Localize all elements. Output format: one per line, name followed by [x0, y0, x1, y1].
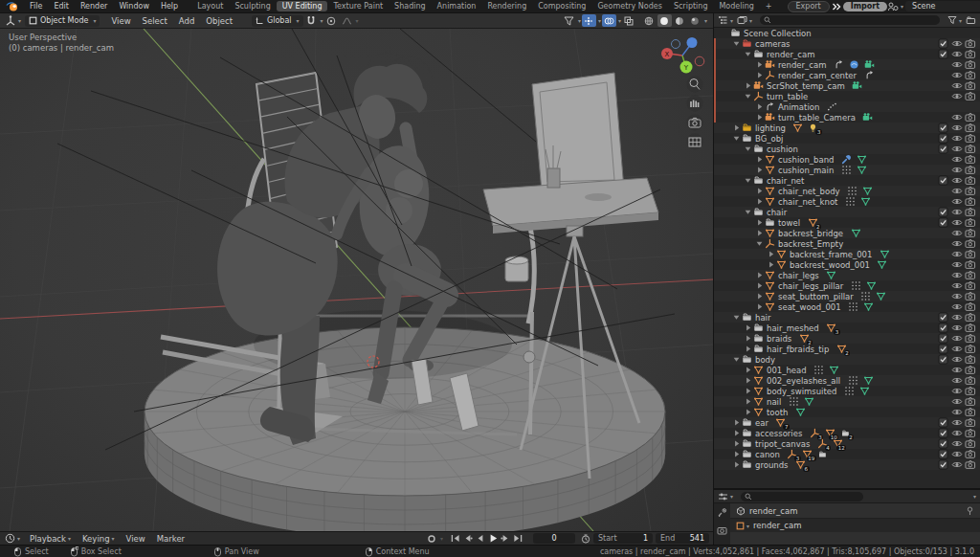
camera-visibility-toggle[interactable] [965, 428, 976, 438]
camera-visibility-toggle[interactable] [965, 49, 976, 59]
outliner-row-hair[interactable]: hair [714, 312, 980, 323]
shading-rendered-button[interactable] [688, 14, 702, 27]
jump-start-button[interactable] [449, 533, 461, 545]
camera-visibility-toggle[interactable] [965, 59, 976, 70]
outliner-row-turn-table-camera[interactable]: turn_table_Camera [714, 112, 980, 123]
outliner-row-render-cam-center[interactable]: render_cam_center [714, 70, 980, 80]
disclosure-right-icon[interactable] [754, 302, 764, 312]
disclosure-down-icon[interactable] [743, 208, 752, 217]
hide-eye-toggle[interactable] [951, 70, 963, 80]
disclosure-right-icon[interactable] [754, 218, 764, 228]
disclosure-right-icon[interactable] [731, 429, 741, 438]
outliner-row-canon[interactable]: canon319 [714, 449, 980, 459]
exclude-checkbox[interactable] [938, 459, 949, 470]
camera-visibility-toggle[interactable] [965, 249, 976, 259]
viewport-menu-object[interactable]: Object [200, 16, 238, 26]
outliner-row-turn-table[interactable]: turn_table [714, 91, 980, 101]
hide-eye-toggle[interactable] [951, 375, 963, 386]
disclosure-right-icon[interactable] [754, 155, 764, 165]
camera-visibility-toggle[interactable] [965, 417, 976, 428]
outliner-row-grounds[interactable]: grounds6 [714, 459, 980, 470]
disclosure-right-icon[interactable] [743, 376, 752, 386]
use-preview-range-icon[interactable] [581, 534, 590, 544]
outliner-row-tooth[interactable]: tooth [714, 407, 980, 417]
menu-window[interactable]: Window [113, 0, 155, 13]
camera-visibility-toggle[interactable] [965, 217, 976, 228]
outliner-row-001-head[interactable]: 001_head [714, 365, 980, 375]
play-button[interactable] [486, 533, 499, 545]
tab-tool-icon[interactable] [717, 507, 727, 518]
camera-visibility-toggle[interactable] [965, 175, 976, 186]
new-collection-icon[interactable] [966, 15, 976, 25]
camera-visibility-toggle[interactable] [965, 133, 976, 144]
workspace-tab-sculpting[interactable]: Sculpting [229, 1, 276, 11]
outliner-row-towel[interactable]: towel2 [714, 217, 980, 228]
camera-visibility-toggle[interactable] [965, 144, 976, 154]
outliner-row-hair-meshed[interactable]: hair_meshed3 [714, 323, 980, 333]
editor-type-outliner-icon[interactable] [718, 15, 728, 25]
outliner-row-bg-obj[interactable]: BG_obj [714, 133, 980, 144]
scene-name[interactable]: Scene [908, 2, 980, 11]
outliner-row-nail[interactable]: nail [714, 396, 980, 407]
3d-viewport[interactable]: XY User Perspective (0) cameras | render… [0, 29, 713, 531]
outliner-row-cushion-band[interactable]: cushion_band [714, 154, 980, 165]
camera-visibility-toggle[interactable] [965, 259, 976, 270]
move-view-hand-icon[interactable] [687, 96, 703, 112]
camera-visibility-toggle[interactable] [965, 375, 976, 386]
disclosure-right-icon[interactable] [754, 271, 764, 280]
camera-visibility-toggle[interactable] [965, 344, 976, 354]
exclude-checkbox[interactable] [938, 207, 949, 217]
proportional-falloff-icon[interactable] [340, 14, 354, 27]
exclude-checkbox[interactable] [938, 417, 949, 428]
filter-icon[interactable] [947, 15, 957, 25]
camera-visibility-toggle[interactable] [965, 165, 976, 175]
outliner-row-cushion[interactable]: cushion [714, 144, 980, 154]
exclude-checkbox[interactable] [938, 144, 949, 154]
disclosure-right-icon[interactable] [754, 229, 764, 238]
workspace-tab-uv-editing[interactable]: UV Editing [277, 1, 328, 11]
camera-visibility-toggle[interactable] [965, 91, 976, 101]
outliner-row-chair-net-knot[interactable]: chair_net_knot [714, 196, 980, 207]
hide-eye-toggle[interactable] [951, 428, 963, 438]
scene-selector[interactable]: Scene [905, 1, 980, 11]
camera-visibility-toggle[interactable] [965, 154, 976, 165]
hide-eye-toggle[interactable] [951, 459, 963, 470]
outliner-row-accessories[interactable]: accessories3102 [714, 428, 980, 438]
hide-eye-toggle[interactable] [951, 365, 963, 375]
exclude-checkbox[interactable] [938, 133, 949, 144]
shading-wireframe-button[interactable] [642, 14, 657, 27]
play-reverse-button[interactable] [474, 533, 486, 545]
workspace-tab-animation[interactable]: Animation [432, 1, 482, 11]
hide-eye-toggle[interactable] [951, 186, 963, 196]
hide-eye-toggle[interactable] [951, 333, 963, 344]
camera-visibility-toggle[interactable] [965, 291, 976, 301]
hide-eye-toggle[interactable] [951, 144, 963, 154]
toggle-perspective-grid-icon[interactable] [687, 134, 703, 150]
menu-render[interactable]: Render [75, 0, 113, 13]
camera-visibility-toggle[interactable] [965, 438, 976, 449]
camera-visibility-toggle[interactable] [965, 207, 976, 217]
disclosure-right-icon[interactable] [743, 366, 752, 375]
exclude-checkbox[interactable] [938, 217, 949, 228]
export-button[interactable]: Export [788, 1, 830, 12]
editor-type-properties-icon[interactable] [718, 492, 728, 501]
disclosure-right-icon[interactable] [743, 323, 752, 333]
camera-visibility-toggle[interactable] [965, 112, 976, 123]
exclude-checkbox[interactable] [938, 323, 949, 333]
scene-icon[interactable] [887, 2, 899, 11]
show-gizmos-toggle[interactable] [582, 14, 596, 27]
hide-eye-toggle[interactable] [951, 301, 963, 312]
outliner-row-cameras[interactable]: cameras [714, 38, 980, 49]
outliner-row-chair[interactable]: chair [714, 207, 980, 217]
disclosure-down-icon[interactable] [743, 145, 752, 154]
outliner-row-002-eyelashes-all[interactable]: 002_eyelashes_all [714, 375, 980, 386]
exclude-checkbox[interactable] [938, 438, 949, 449]
camera-visibility-toggle[interactable] [965, 301, 976, 312]
hide-eye-toggle[interactable] [951, 112, 963, 123]
disclosure-right-icon[interactable] [754, 187, 764, 196]
outliner-row-body-swimsuited[interactable]: body_swimsuited [714, 386, 980, 396]
hide-eye-toggle[interactable] [951, 196, 963, 207]
hide-eye-toggle[interactable] [951, 417, 963, 428]
viewport-scene-canvas[interactable]: XY [0, 29, 713, 531]
outliner-search-input[interactable] [760, 15, 940, 25]
